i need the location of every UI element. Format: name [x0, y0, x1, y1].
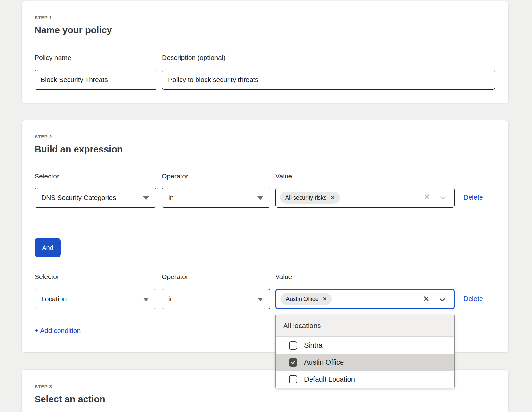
checkbox-icon[interactable] [289, 358, 297, 367]
dropdown-arrow-icon [143, 196, 149, 200]
step2-title: Build an expression [35, 144, 123, 155]
value-tag: All security risks ✕ [280, 192, 340, 204]
dropdown-option-sintra[interactable]: Sintra [276, 337, 454, 354]
value-tag: Austin Office ✕ [281, 293, 332, 305]
step3-title: Select an action [35, 394, 105, 405]
selector-label: Selector [35, 273, 59, 281]
dropdown-option-label: Sintra [304, 341, 322, 350]
operator-dropdown[interactable]: in [162, 289, 270, 309]
chevron-down-icon[interactable] [439, 296, 446, 303]
step3-label: STEP 3 [35, 384, 52, 389]
delete-row-link[interactable]: Delete [463, 295, 483, 302]
dropdown-option-label: Austin Office [304, 358, 344, 367]
description-input[interactable] [162, 70, 495, 90]
checkbox-icon[interactable] [289, 341, 297, 350]
checkbox-icon[interactable] [289, 375, 297, 383]
tag-remove-icon[interactable]: ✕ [331, 195, 335, 201]
policy-name-label: Policy name [35, 54, 71, 62]
delete-row-link[interactable]: Delete [463, 194, 483, 201]
value-dropdown-menu: All locations Sintra Austin Office Defau… [275, 315, 455, 388]
operator-dropdown-value: in [168, 194, 173, 202]
and-button[interactable]: And [35, 238, 61, 257]
value-multiselect[interactable]: All security risks ✕ ✕ [275, 188, 455, 208]
value-tag-label: Austin Office [286, 296, 318, 302]
selector-dropdown-value: Location [41, 295, 67, 303]
chevron-down-icon[interactable] [439, 194, 447, 202]
step1-card: STEP 1 Name your policy Policy name Desc… [22, 1, 508, 103]
dropdown-option-default-location[interactable]: Default Location [276, 371, 454, 388]
selector-label: Selector [35, 172, 59, 180]
add-condition-link[interactable]: + Add condition [35, 327, 81, 334]
selector-dropdown[interactable]: Location [35, 289, 156, 309]
dropdown-arrow-icon [257, 196, 263, 200]
step2-label: STEP 2 [35, 134, 52, 139]
dropdown-arrow-icon [143, 298, 149, 301]
policy-name-input[interactable] [35, 70, 157, 90]
dropdown-option-label: Default Location [304, 375, 355, 383]
selector-dropdown[interactable]: DNS Security Categories [35, 188, 156, 208]
selector-dropdown-value: DNS Security Categories [41, 194, 116, 202]
operator-label: Operator [162, 172, 188, 180]
operator-dropdown-value: in [168, 295, 173, 303]
operator-dropdown[interactable]: in [162, 188, 270, 208]
value-multiselect[interactable]: Austin Office ✕ ✕ [275, 289, 455, 309]
step1-label: STEP 1 [35, 15, 52, 20]
operator-label: Operator [162, 273, 188, 281]
clear-field-icon[interactable]: ✕ [423, 295, 429, 303]
dropdown-arrow-icon [257, 298, 263, 301]
dropdown-header-all-locations[interactable]: All locations [276, 315, 454, 337]
tag-remove-icon[interactable]: ✕ [323, 296, 327, 302]
clear-field-icon[interactable]: ✕ [424, 193, 430, 201]
value-label: Value [275, 172, 292, 180]
description-label: Description (optional) [162, 54, 225, 62]
step1-title: Name your policy [35, 25, 112, 36]
dropdown-option-austin-office[interactable]: Austin Office [276, 354, 454, 371]
value-label: Value [275, 273, 292, 281]
value-tag-label: All security risks [285, 194, 326, 201]
